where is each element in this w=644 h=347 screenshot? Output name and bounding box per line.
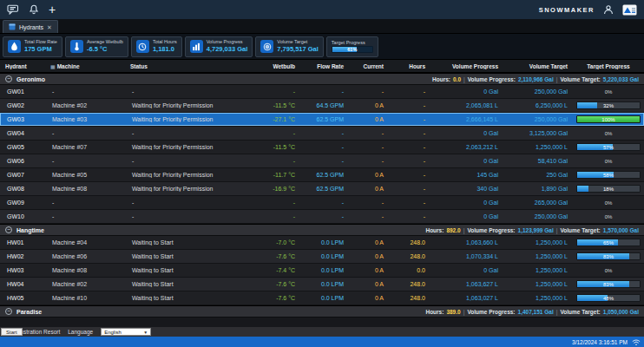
cell-status: Waiting for Priority Permission <box>125 172 255 178</box>
cell-target-progress: 32% <box>573 101 644 109</box>
language-value: English <box>104 330 122 335</box>
table-row[interactable]: HW04 Machine #02 Waiting to Start -7.6 °… <box>0 278 644 291</box>
table-row[interactable]: GW06 - - - - - - 0 Gal 58,410 Gal 0% <box>0 154 644 168</box>
table-row[interactable]: GW05 Machine #07 Waiting for Priority Pe… <box>0 141 644 154</box>
group-volume-target-value: 1,050,000 Gal <box>603 309 639 315</box>
group-summary: Hours: 389.0 | Volume Progress: 1,407,15… <box>425 309 639 315</box>
topbar-right: SNOWMAKER <box>539 4 637 16</box>
cell-flow-rate: 0.0 LPM <box>300 295 349 301</box>
collapse-group-icon[interactable]: − <box>5 226 12 233</box>
cell-machine: - <box>45 213 125 219</box>
cell-status: - <box>125 88 255 95</box>
column-header-status[interactable]: Status <box>125 63 255 69</box>
column-header-wetbulb[interactable]: Wetbulb <box>255 63 300 69</box>
table-row[interactable]: HW03 Machine #08 Waiting to Start -7.4 °… <box>0 264 644 278</box>
card-label: Total Hours <box>153 39 177 45</box>
app-status-strip: Start Demonstration Resort Language Engl… <box>0 327 644 337</box>
cell-current: 0 A <box>349 239 389 246</box>
table-row[interactable]: GW08 Machine #08 Waiting for Priority Pe… <box>0 182 644 196</box>
table-row[interactable]: HW05 Machine #10 Waiting to Start -7.6 °… <box>0 291 644 305</box>
group-hours-value: 0.0 <box>453 76 461 82</box>
column-header-flow-rate[interactable]: Flow Rate <box>300 63 349 69</box>
column-header-current[interactable]: Current <box>349 63 389 69</box>
group-header[interactable]: − Paradise Hours: 389.0 | Volume Progres… <box>0 305 644 318</box>
collapse-group-icon[interactable]: − <box>5 308 12 315</box>
target-progress-bar: 48% <box>576 294 641 302</box>
cell-status: Waiting to Start <box>125 239 255 246</box>
start-button[interactable]: Start <box>1 328 23 336</box>
group-volume-progress-label: Volume Progress: <box>467 227 515 233</box>
column-header-volume-target[interactable]: Volume Target <box>503 63 573 69</box>
cell-target-progress: 0% <box>573 88 644 95</box>
card-value: 7,795,517 Gal <box>277 45 319 53</box>
cell-hydrant: GW01 <box>0 88 45 95</box>
cell-flow-rate: 0.0 LPM <box>300 267 349 273</box>
cell-volume-progress: 0 Gal <box>430 213 503 219</box>
target-progress-bar: 32% <box>576 101 641 109</box>
tab-bar: Hydrants ✕ <box>0 19 644 34</box>
cell-wetbulb: -7.6 °C <box>255 281 300 287</box>
target-progress-bar: 0% <box>576 129 641 137</box>
target-progress-pct: 0% <box>577 213 640 219</box>
cell-volume-target: 250,000 Gal <box>503 116 573 122</box>
cell-flow-rate: - <box>300 144 349 150</box>
table-row[interactable]: GW04 - - - - - - 0 Gal 3,125,000 Gal 0% <box>0 127 644 141</box>
cell-hours: - <box>389 186 430 192</box>
card-value: 1,181.0 <box>153 45 177 53</box>
cell-current: 0 A <box>349 267 389 273</box>
table-row[interactable]: GW02 Machine #02 Waiting for Priority Pe… <box>0 99 644 113</box>
messages-icon[interactable] <box>7 4 19 15</box>
network-icon[interactable] <box>632 338 641 346</box>
group-volume-target-value: 1,570,000 Gal <box>603 227 639 233</box>
tab-hydrants[interactable]: Hydrants ✕ <box>3 20 58 33</box>
alarms-bell-icon[interactable] <box>29 4 39 15</box>
table-row[interactable]: HW01 Machine #04 Waiting to Start -7.0 °… <box>0 236 644 250</box>
add-tab-icon[interactable]: + <box>49 3 56 16</box>
group-header[interactable]: − Hangtime Hours: 892.0 | Volume Progres… <box>0 224 644 236</box>
card-target-progress: Target Progress 61% <box>326 36 378 57</box>
table-row[interactable]: GW10 - - - - - - 0 Gal 250,000 Gal 0% <box>0 210 644 224</box>
table-row[interactable]: GW03 Machine #03 Waiting for Priority Pe… <box>0 113 644 127</box>
table-row[interactable]: GW09 - - - - - - 0 Gal 265,000 Gal 0% <box>0 196 644 210</box>
column-header-machine[interactable]: ▦Machine <box>45 63 125 69</box>
target-progress-bar: 0% <box>576 88 641 95</box>
cell-status: - <box>125 213 255 219</box>
card-total-hours: Total Hours 1,181.0 <box>131 36 182 57</box>
collapse-group-icon[interactable]: − <box>5 75 12 82</box>
target-progress-pct: 83% <box>577 253 640 259</box>
column-header-hours[interactable]: Hours <box>389 63 430 69</box>
group-name: Paradise <box>16 309 42 315</box>
cell-target-progress: 0% <box>573 213 644 220</box>
summary-cards: Total Flow Rate 175 GPM Average Wetbulb … <box>0 34 644 60</box>
cell-current: - <box>349 158 389 164</box>
column-header-target-progress[interactable]: Target Progress <box>573 63 644 69</box>
target-progress-summary-bar: 61% <box>332 46 373 53</box>
machine-grid-icon: ▦ <box>50 64 56 69</box>
table-row[interactable]: GW07 Machine #05 Waiting for Priority Pe… <box>0 168 644 182</box>
target-progress-bar: 65% <box>576 239 641 246</box>
column-header-volume-progress[interactable]: Volume Progress <box>430 63 503 69</box>
language-select[interactable]: English ▼ <box>101 328 151 336</box>
group-volume-target-label: Volume Target: <box>560 227 600 233</box>
cell-current: 0 A <box>349 186 389 192</box>
cell-hours: - <box>389 102 430 108</box>
cell-target-progress: 18% <box>573 185 644 193</box>
cell-machine: - <box>45 130 125 136</box>
cell-wetbulb: -11.5 °C <box>255 102 300 108</box>
table-row[interactable]: GW01 - - - - - - 0 Gal 250,000 Gal 0% <box>0 85 644 99</box>
cell-status: Waiting to Start <box>125 295 255 301</box>
cell-volume-progress: 340 Gal <box>430 186 503 192</box>
group-header[interactable]: − Geronimo Hours: 0.0 | Volume Progress:… <box>0 73 644 85</box>
cell-flow-rate: 0.0 LPM <box>300 253 349 259</box>
card-average-wetbulb: Average Wetbulb -6.5 °C <box>65 36 128 57</box>
cell-hours: - <box>389 172 430 178</box>
cell-target-progress: 65% <box>573 239 644 246</box>
cell-hydrant: GW07 <box>0 172 45 178</box>
cell-target-progress: 57% <box>573 143 644 151</box>
user-account-icon[interactable] <box>603 4 614 15</box>
group-summary: Hours: 0.0 | Volume Progress: 2,110,966 … <box>432 76 639 82</box>
cell-current: - <box>349 88 389 95</box>
column-header-hydrant[interactable]: Hydrant <box>0 63 45 69</box>
table-row[interactable]: HW02 Machine #06 Waiting to Start -7.6 °… <box>0 250 644 264</box>
tab-close-icon[interactable]: ✕ <box>47 24 52 30</box>
